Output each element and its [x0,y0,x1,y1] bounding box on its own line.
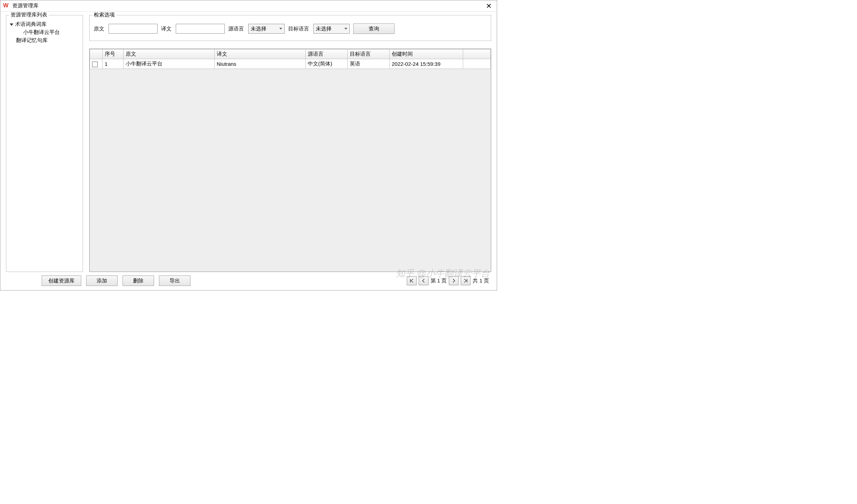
target-text-label: 译文 [161,26,172,32]
chevron-down-icon [279,28,282,30]
create-repo-button[interactable]: 创建资源库 [42,275,81,286]
window-title: 资源管理库 [12,2,39,9]
tree-node-tm[interactable]: 翻译记忆句库 [10,36,79,44]
header-target[interactable]: 译文 [215,49,306,59]
query-button[interactable]: 查询 [353,23,395,34]
tree-node-label: 术语词典词库 [15,21,47,27]
chevron-down-icon [344,28,347,30]
checkbox-icon[interactable] [92,62,98,67]
tree-node-label: 小牛翻译云平台 [23,29,60,35]
table-row[interactable]: 1 小牛翻译云平台 Niutrans 中文(简体) 英语 2022-02-24 … [90,59,491,69]
source-lang-label: 源语言 [228,26,244,32]
header-index[interactable]: 序号 [103,49,124,59]
target-lang-select[interactable]: 未选择 [313,24,350,34]
page-label: 第 1 页 [431,278,447,284]
next-page-icon [452,279,456,283]
last-page-icon [464,279,468,283]
sidebar-group-label: 资源管理库列表 [9,12,49,18]
cell-index: 1 [103,59,124,69]
source-text-input[interactable] [109,24,158,34]
cell-source-lang: 中文(简体) [306,59,348,69]
select-value: 未选择 [316,26,332,32]
table-empty-area [90,69,491,272]
cell-checkbox[interactable] [90,59,103,69]
select-value: 未选择 [251,26,266,32]
table-header-row: 序号 原文 译文 源语言 目标语言 创建时间 [90,49,491,59]
prev-page-button[interactable] [419,276,428,285]
target-lang-label: 目标语言 [288,26,309,32]
first-page-button[interactable] [407,276,417,285]
delete-button[interactable]: 删除 [123,275,154,286]
cell-target-lang: 英语 [348,59,390,69]
next-page-button[interactable] [449,276,459,285]
cell-spacer [463,59,491,69]
add-button[interactable]: 添加 [86,275,118,286]
cell-target: Niutrans [215,59,306,69]
prev-page-icon [421,279,426,283]
cell-created: 2022-02-24 15:59:39 [390,59,463,69]
source-text-label: 原文 [94,26,104,32]
footer: 创建资源库 添加 删除 导出 第 1 页 共 [6,272,491,287]
header-spacer [463,49,491,59]
caret-down-icon [10,23,13,26]
tree-node-label: 翻译记忆句库 [16,37,48,43]
header-source-lang[interactable]: 源语言 [306,49,348,59]
search-options-group: 检索选项 原文 译文 源语言 未选择 目标语言 未选择 查 [89,15,491,41]
last-page-button[interactable] [461,276,471,285]
resource-tree: 术语词典词库 小牛翻译云平台 翻译记忆句库 [10,19,79,44]
header-checkbox[interactable] [90,49,103,59]
header-target-lang[interactable]: 目标语言 [348,49,390,59]
header-source[interactable]: 原文 [124,49,215,59]
results-table-wrap: 序号 原文 译文 源语言 目标语言 创建时间 [89,49,491,272]
dialog-window: W 资源管理库 ✕ 资源管理库列表 术语词典词库 小牛翻译云平台 翻译记忆句库 [0,0,497,290]
tree-node-niutrans[interactable]: 小牛翻译云平台 [10,28,79,36]
export-button[interactable]: 导出 [159,275,190,286]
sidebar-group: 资源管理库列表 术语词典词库 小牛翻译云平台 翻译记忆句库 [6,15,83,272]
total-pages-label: 共 1 页 [473,278,489,284]
first-page-icon [410,279,414,283]
pager: 第 1 页 共 1 页 [407,276,489,285]
tree-node-term-dict[interactable]: 术语词典词库 [10,20,79,28]
target-text-input[interactable] [176,24,225,34]
titlebar: W 资源管理库 ✕ [0,0,497,12]
cell-source: 小牛翻译云平台 [124,59,215,69]
app-icon: W [3,2,10,9]
results-table: 序号 原文 译文 源语言 目标语言 创建时间 [90,49,491,69]
dialog-body: 资源管理库列表 术语词典词库 小牛翻译云平台 翻译记忆句库 [0,12,497,290]
close-icon[interactable]: ✕ [484,2,494,10]
source-lang-select[interactable]: 未选择 [248,24,285,34]
search-group-label: 检索选项 [92,12,116,18]
header-created[interactable]: 创建时间 [390,49,463,59]
